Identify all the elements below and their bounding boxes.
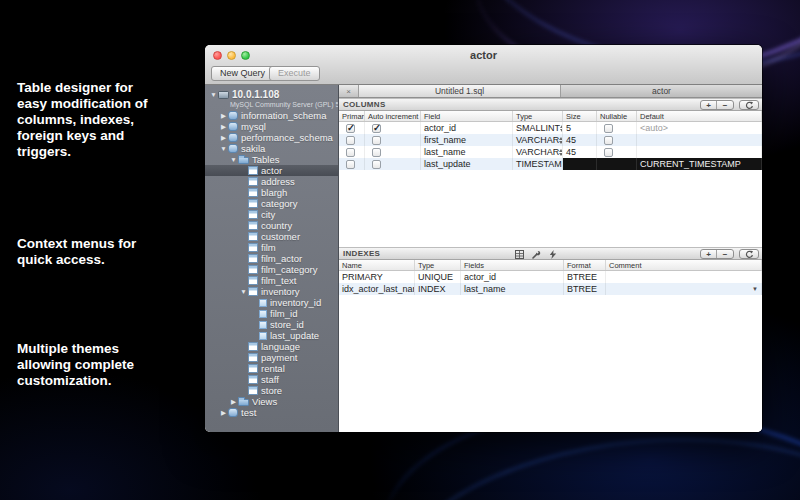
default-cell[interactable] xyxy=(637,134,762,146)
sidebar-item-address[interactable]: address xyxy=(205,176,338,187)
auto-increment-cell[interactable] xyxy=(365,146,421,158)
primary-cell[interactable] xyxy=(339,134,365,146)
sidebar-item-film_text[interactable]: film_text xyxy=(205,275,338,286)
dropdown-arrow-icon[interactable]: ▼ xyxy=(752,286,758,292)
close-tab-icon[interactable]: × xyxy=(339,85,359,97)
default-cell[interactable] xyxy=(637,146,762,158)
sidebar-item-mysql[interactable]: ▶mysql xyxy=(205,121,338,132)
size-cell[interactable]: 5 xyxy=(563,122,597,134)
sidebar-item-film_category[interactable]: film_category xyxy=(205,264,338,275)
primary-cell[interactable] xyxy=(339,158,365,170)
disclosure-triangle-icon[interactable]: ▶ xyxy=(219,110,228,121)
index-name-cell[interactable]: PRIMARY xyxy=(339,271,415,283)
disclosure-triangle-icon[interactable]: ▼ xyxy=(229,154,238,165)
auto-increment-checkbox[interactable] xyxy=(372,136,381,145)
primary-cell[interactable] xyxy=(339,146,365,158)
column-row-last_update[interactable]: last_updateTIMESTAMPCURRENT_TIMESTAMP xyxy=(339,158,762,170)
sidebar-item-film_actor[interactable]: film_actor xyxy=(205,253,338,264)
nullable-cell[interactable] xyxy=(597,146,637,158)
auto-increment-cell[interactable] xyxy=(365,122,421,134)
sidebar-item-last_update[interactable]: last_update xyxy=(205,330,338,341)
index-type-cell[interactable]: UNIQUE xyxy=(415,271,461,283)
sidebar-item-film_id[interactable]: film_id xyxy=(205,308,338,319)
field-cell[interactable]: last_update xyxy=(421,158,513,170)
wrench-icon[interactable] xyxy=(532,250,541,261)
disclosure-triangle-icon[interactable]: ▶ xyxy=(219,407,228,418)
default-cell[interactable]: <auto> xyxy=(637,122,762,134)
sidebar-item-category[interactable]: category xyxy=(205,198,338,209)
field-cell[interactable]: first_name xyxy=(421,134,513,146)
field-cell[interactable]: actor_id xyxy=(421,122,513,134)
primary-checkbox[interactable] xyxy=(346,160,355,169)
execute-button[interactable]: Execute xyxy=(269,66,320,81)
sidebar-item-city[interactable]: city xyxy=(205,209,338,220)
disclosure-triangle-icon[interactable]: ▶ xyxy=(229,396,238,407)
primary-checkbox[interactable] xyxy=(346,148,355,157)
type-cell[interactable]: TIMESTAMP xyxy=(513,158,563,170)
sidebar-item-test[interactable]: ▶test xyxy=(205,407,338,418)
auto-increment-checkbox[interactable] xyxy=(372,148,381,157)
sidebar-item-Views[interactable]: ▶Views xyxy=(205,396,338,407)
remove-column-button[interactable]: − xyxy=(717,101,733,109)
nullable-cell[interactable] xyxy=(597,134,637,146)
index-name-cell[interactable]: idx_actor_last_name xyxy=(339,283,415,295)
index-fields-cell[interactable]: actor_id xyxy=(461,271,564,283)
sidebar-item-country[interactable]: country xyxy=(205,220,338,231)
sidebar-item-actor[interactable]: actor xyxy=(205,165,338,176)
auto-increment-checkbox[interactable] xyxy=(372,160,381,169)
column-row-actor_id[interactable]: actor_idSMALLINT5<auto> xyxy=(339,122,762,134)
nullable-checkbox[interactable] xyxy=(604,136,613,145)
type-cell[interactable]: VARCHAR xyxy=(513,146,563,158)
disclosure-triangle-icon[interactable]: ▶ xyxy=(219,121,228,132)
field-cell[interactable]: last_name xyxy=(421,146,513,158)
remove-index-button[interactable]: − xyxy=(717,250,733,258)
index-row-PRIMARY[interactable]: PRIMARYUNIQUEactor_idBTREE xyxy=(339,271,762,283)
sidebar-item-payment[interactable]: payment xyxy=(205,352,338,363)
host-item[interactable]: ▼ 10.0.1.108 xyxy=(205,85,338,101)
sidebar-item-Tables[interactable]: ▼Tables xyxy=(205,154,338,165)
column-row-last_name[interactable]: last_nameVARCHAR45 xyxy=(339,146,762,158)
type-cell[interactable]: VARCHAR xyxy=(513,134,563,146)
type-cell[interactable]: SMALLINT xyxy=(513,122,563,134)
refresh-indexes-button[interactable] xyxy=(739,249,759,259)
size-cell[interactable]: 45 xyxy=(563,146,597,158)
index-row-idx_actor_last_name[interactable]: idx_actor_last_nameINDEXlast_nameBTREE▼ xyxy=(339,283,762,295)
auto-increment-checkbox[interactable] xyxy=(372,124,381,133)
sidebar-item-store[interactable]: store xyxy=(205,385,338,396)
disclosure-triangle-icon[interactable]: ▼ xyxy=(239,286,248,297)
new-query-button[interactable]: New Query xyxy=(211,66,274,81)
grid-view-icon[interactable] xyxy=(515,250,524,261)
nullable-checkbox[interactable] xyxy=(604,124,613,133)
column-row-first_name[interactable]: first_nameVARCHAR45 xyxy=(339,134,762,146)
primary-checkbox[interactable] xyxy=(346,124,355,133)
sidebar-item-sakila[interactable]: ▼sakila xyxy=(205,143,338,154)
index-fields-cell[interactable]: last_name xyxy=(461,283,564,295)
nullable-cell[interactable] xyxy=(597,122,637,134)
sidebar-item-information_schema[interactable]: ▶information_schema xyxy=(205,110,338,121)
primary-cell[interactable] xyxy=(339,122,365,134)
tab-Untitled-1-sql[interactable]: Untitled 1.sql xyxy=(359,85,561,97)
sidebar-item-inventory[interactable]: ▼inventory xyxy=(205,286,338,297)
default-cell[interactable]: CURRENT_TIMESTAMP xyxy=(637,158,762,170)
sidebar-item-customer[interactable]: customer xyxy=(205,231,338,242)
index-format-cell[interactable]: BTREE xyxy=(564,283,606,295)
refresh-columns-button[interactable] xyxy=(739,100,759,110)
add-column-button[interactable]: + xyxy=(701,101,717,109)
disclosure-triangle-icon[interactable]: ▶ xyxy=(219,132,228,143)
nullable-cell[interactable] xyxy=(597,158,637,170)
size-cell[interactable]: 45 xyxy=(563,134,597,146)
tab-actor[interactable]: actor xyxy=(561,85,762,97)
index-comment-cell[interactable]: ▼ xyxy=(606,283,762,295)
sidebar-item-performance_schema[interactable]: ▶performance_schema xyxy=(205,132,338,143)
sidebar-item-blargh[interactable]: blargh xyxy=(205,187,338,198)
disclosure-triangle-icon[interactable]: ▼ xyxy=(209,89,218,100)
lightning-icon[interactable] xyxy=(549,250,557,261)
index-comment-cell[interactable] xyxy=(606,271,762,283)
sidebar-item-rental[interactable]: rental xyxy=(205,363,338,374)
index-format-cell[interactable]: BTREE xyxy=(564,271,606,283)
add-index-button[interactable]: + xyxy=(701,250,717,258)
primary-checkbox[interactable] xyxy=(346,136,355,145)
auto-increment-cell[interactable] xyxy=(365,158,421,170)
auto-increment-cell[interactable] xyxy=(365,134,421,146)
nullable-checkbox[interactable] xyxy=(604,148,613,157)
